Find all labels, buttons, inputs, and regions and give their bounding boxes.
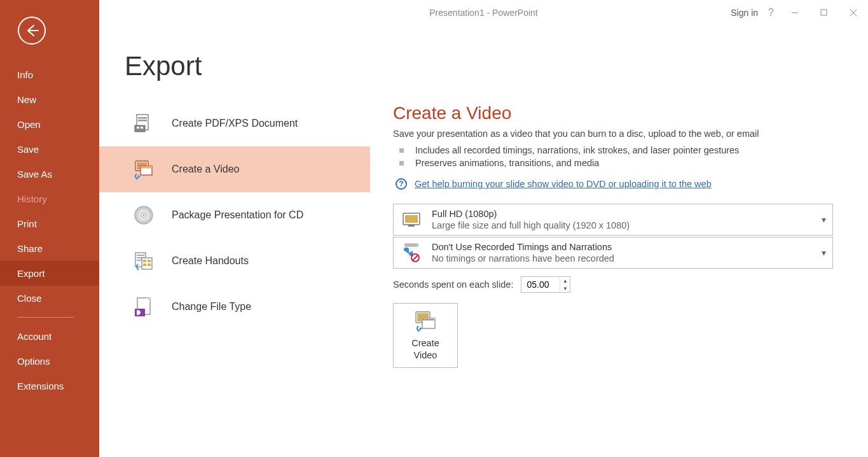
video-icon bbox=[132, 158, 155, 181]
svg-rect-53 bbox=[432, 319, 434, 320]
help-row: ? Get help burning your slide show video… bbox=[396, 178, 855, 190]
svg-rect-25 bbox=[148, 260, 151, 262]
timings-icon bbox=[400, 241, 423, 264]
sidebar-item-info[interactable]: Info bbox=[0, 62, 99, 87]
bullet-text: Preserves animations, transitions, and m… bbox=[415, 158, 599, 168]
sidebar-item-options[interactable]: Options bbox=[0, 349, 99, 374]
minimize-icon bbox=[791, 9, 799, 17]
close-button[interactable] bbox=[839, 0, 868, 25]
export-option-create-pdf-xps-document[interactable]: Create PDF/XPS Document bbox=[99, 101, 370, 146]
export-option-label: Change File Type bbox=[172, 301, 251, 313]
timings-sub: No timings or narrations have been recor… bbox=[432, 253, 614, 264]
svg-rect-8 bbox=[137, 127, 139, 129]
svg-rect-20 bbox=[137, 255, 144, 256]
svg-rect-6 bbox=[138, 120, 147, 122]
svg-rect-7 bbox=[135, 125, 145, 132]
export-option-label: Package Presentation for CD bbox=[172, 209, 303, 221]
bullet-icon bbox=[399, 148, 404, 153]
svg-rect-24 bbox=[143, 260, 146, 262]
content-area: Presentation1 - PowerPoint Sign in ? Exp… bbox=[99, 0, 868, 457]
svg-rect-33 bbox=[405, 215, 418, 223]
sidebar-item-export[interactable]: Export bbox=[0, 261, 99, 286]
help-button[interactable]: ? bbox=[768, 7, 774, 18]
help-info-icon: ? bbox=[396, 178, 407, 190]
sidebar-item-open[interactable]: Open bbox=[0, 112, 99, 137]
export-option-package-presentation-for-cd[interactable]: Package Presentation for CD bbox=[99, 192, 370, 238]
detail-title: Create a Video bbox=[393, 103, 855, 123]
sidebar-item-extensions[interactable]: Extensions bbox=[0, 374, 99, 398]
svg-rect-36 bbox=[406, 244, 407, 246]
spinner-up-button[interactable]: ▲ bbox=[560, 277, 570, 285]
svg-rect-51 bbox=[429, 319, 430, 320]
cd-icon bbox=[132, 204, 155, 227]
svg-rect-38 bbox=[410, 244, 411, 246]
help-link[interactable]: Get help burning your slide show video t… bbox=[415, 179, 712, 189]
chevron-down-icon: ▾ bbox=[822, 214, 826, 225]
close-icon bbox=[850, 9, 857, 17]
svg-rect-40 bbox=[413, 244, 415, 246]
export-options-list: Create PDF/XPS DocumentCreate a VideoPac… bbox=[99, 101, 370, 368]
chevron-down-icon: ▾ bbox=[822, 248, 826, 258]
sidebar-item-new[interactable]: New bbox=[0, 87, 99, 112]
quality-title: Full HD (1080p) bbox=[432, 209, 630, 219]
create-video-icon bbox=[413, 309, 437, 334]
svg-rect-26 bbox=[143, 264, 146, 266]
backstage-sidebar: InfoNewOpenSaveSave AsHistoryPrintShareE… bbox=[0, 0, 99, 457]
svg-rect-9 bbox=[141, 127, 143, 129]
sidebar-item-save[interactable]: Save bbox=[0, 137, 99, 162]
page-title: Export bbox=[125, 51, 868, 81]
seconds-spinner: ▲ ▼ bbox=[521, 276, 570, 293]
handouts-icon bbox=[132, 250, 155, 272]
svg-point-18 bbox=[143, 214, 145, 216]
sidebar-item-account[interactable]: Account bbox=[0, 324, 99, 349]
bullet-text: Includes all recorded timings, narration… bbox=[415, 145, 739, 155]
seconds-label: Seconds spent on each slide: bbox=[393, 279, 513, 290]
export-option-change-file-type[interactable]: Change File Type bbox=[99, 284, 370, 330]
export-option-label: Create PDF/XPS Document bbox=[172, 118, 298, 129]
bullet-icon bbox=[399, 161, 404, 165]
sidebar-item-print[interactable]: Print bbox=[0, 211, 99, 236]
signin-button[interactable]: Sign in bbox=[731, 8, 758, 18]
sidebar-item-share[interactable]: Share bbox=[0, 236, 99, 261]
quality-icon bbox=[400, 208, 423, 231]
svg-rect-34 bbox=[408, 225, 415, 227]
detail-pane: Create a Video Save your presentation as… bbox=[370, 101, 868, 368]
spinner-down-button[interactable]: ▼ bbox=[560, 285, 570, 292]
svg-rect-49 bbox=[425, 319, 426, 320]
maximize-button[interactable] bbox=[809, 0, 839, 25]
sidebar-item-close[interactable]: Close bbox=[0, 286, 99, 311]
titlebar: Presentation1 - PowerPoint Sign in ? bbox=[99, 0, 868, 25]
create-video-button[interactable]: CreateVideo bbox=[393, 303, 458, 368]
sidebar-item-save-as[interactable]: Save As bbox=[0, 162, 99, 186]
menu-divider bbox=[17, 317, 74, 318]
timings-dropdown[interactable]: Don't Use Recorded Timings and Narration… bbox=[393, 237, 833, 269]
svg-rect-13 bbox=[141, 166, 152, 169]
window-controls: Sign in ? bbox=[731, 0, 868, 25]
svg-rect-27 bbox=[148, 264, 151, 266]
svg-rect-39 bbox=[411, 244, 413, 246]
bullet-row: Preserves animations, transitions, and m… bbox=[399, 158, 855, 168]
svg-line-43 bbox=[413, 255, 418, 260]
export-option-label: Create Handouts bbox=[172, 255, 249, 267]
maximize-icon bbox=[820, 9, 828, 17]
detail-subtitle: Save your presentation as a video that y… bbox=[393, 129, 855, 139]
svg-rect-48 bbox=[423, 319, 424, 320]
export-option-create-handouts[interactable]: Create Handouts bbox=[99, 238, 370, 284]
export-option-create-a-video[interactable]: Create a Video bbox=[99, 146, 370, 192]
minimize-button[interactable] bbox=[780, 0, 809, 25]
svg-rect-5 bbox=[138, 117, 147, 119]
svg-rect-52 bbox=[431, 319, 432, 320]
pdf-icon bbox=[132, 112, 155, 135]
seconds-row: Seconds spent on each slide: ▲ ▼ bbox=[393, 276, 855, 293]
seconds-input[interactable] bbox=[521, 277, 560, 292]
back-button[interactable] bbox=[18, 17, 46, 45]
sidebar-item-history: History bbox=[0, 186, 99, 211]
export-option-label: Create a Video bbox=[172, 164, 239, 175]
svg-rect-50 bbox=[427, 319, 428, 320]
arrow-left-icon bbox=[24, 23, 39, 38]
quality-sub: Large file size and full high quality (1… bbox=[432, 220, 630, 230]
svg-rect-41 bbox=[415, 244, 417, 246]
svg-marker-14 bbox=[138, 175, 141, 178]
quality-dropdown[interactable]: Full HD (1080p) Large file size and full… bbox=[393, 204, 833, 236]
svg-rect-37 bbox=[408, 244, 409, 246]
